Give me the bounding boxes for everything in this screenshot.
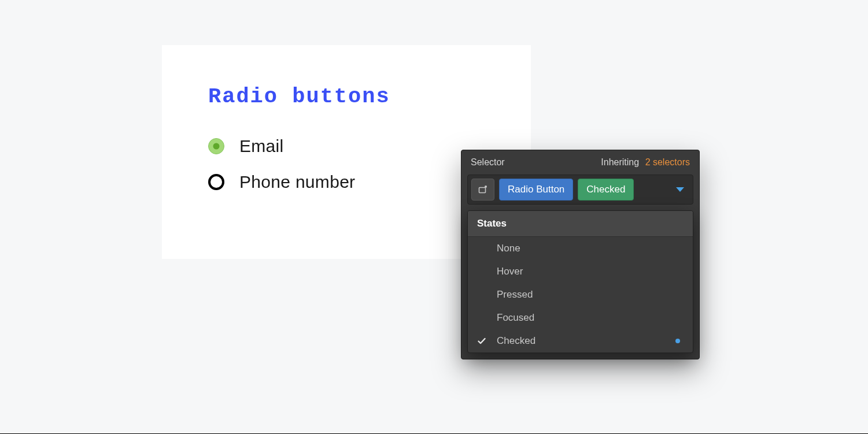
selector-panel-header: Selector Inheriting 2 selectors [461, 150, 699, 175]
states-item-none[interactable]: None [468, 237, 693, 260]
inheriting-label[interactable]: Inheriting 2 selectors [601, 157, 690, 168]
selector-panel: Selector Inheriting 2 selectors Radio Bu… [461, 150, 700, 359]
svg-rect-0 [479, 188, 486, 193]
states-item-label: Focused [497, 312, 672, 324]
inheriting-prefix: Inheriting [601, 157, 639, 167]
selector-target-button[interactable] [471, 179, 494, 201]
chevron-down-icon [676, 187, 684, 192]
states-dropdown: States None Hover Pressed Focused [467, 210, 693, 353]
selector-state-tag[interactable]: Checked [578, 179, 634, 201]
inheriting-count-link[interactable]: 2 selectors [645, 157, 690, 167]
selector-label: Selector [471, 157, 505, 168]
state-active-dot-icon [675, 339, 680, 343]
selector-row: Radio Button Checked [467, 175, 693, 205]
svg-point-1 [485, 186, 487, 188]
states-item-checked[interactable]: Checked [468, 329, 693, 353]
selector-target-icon [478, 184, 488, 195]
radio-label: Phone number [239, 172, 355, 192]
check-slot [477, 336, 497, 346]
preview-title: Radio buttons [208, 84, 485, 109]
radio-indicator-unchecked-icon [208, 174, 224, 190]
states-item-pressed[interactable]: Pressed [468, 283, 693, 306]
states-dropdown-title: States [468, 211, 693, 237]
radio-indicator-checked-icon [208, 138, 224, 154]
selector-class-tag[interactable]: Radio Button [499, 179, 573, 201]
selector-dropdown-toggle[interactable] [671, 179, 689, 201]
states-item-label: None [497, 243, 672, 254]
states-item-label: Checked [497, 335, 672, 347]
radio-label: Email [239, 136, 284, 156]
states-item-focused[interactable]: Focused [468, 306, 693, 329]
dot-slot [672, 339, 684, 343]
states-item-label: Pressed [497, 289, 672, 301]
radio-option-email[interactable]: Email [208, 136, 485, 156]
radio-option-phone-number[interactable]: Phone number [208, 172, 485, 192]
states-item-label: Hover [497, 266, 672, 277]
checkmark-icon [477, 336, 486, 346]
states-item-hover[interactable]: Hover [468, 260, 693, 283]
